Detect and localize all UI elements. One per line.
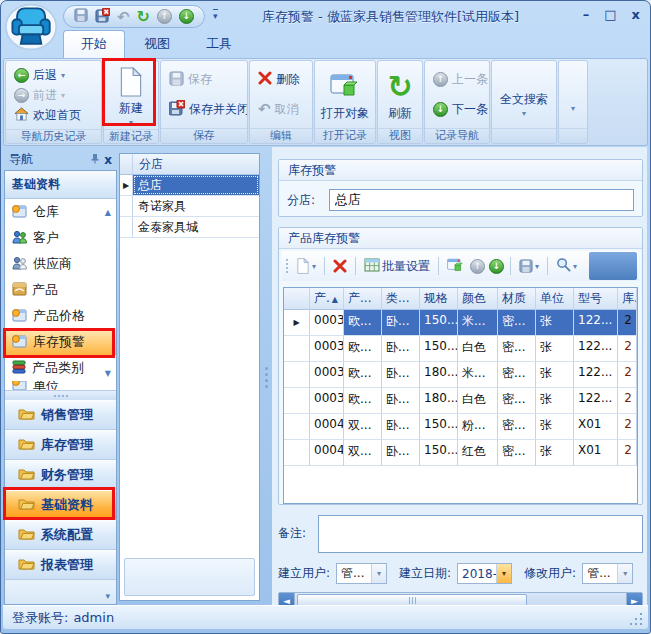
tab-start[interactable]: 开始	[63, 30, 125, 58]
sidebar-group-basic-data[interactable]: 基础资料	[5, 490, 116, 520]
cancel-button[interactable]: ↶ 取消	[255, 99, 307, 119]
grid-new-dropdown-icon[interactable]: ▾	[312, 262, 316, 271]
open-object-button[interactable]: 打开对象	[321, 68, 369, 122]
vertical-splitter[interactable]	[260, 153, 272, 601]
previous-record-button[interactable]: ↑ 上一条	[430, 70, 484, 90]
sidebar-item-unit-clipped[interactable]: 单位	[5, 381, 116, 390]
sidebar-group-inventory[interactable]: 库存管理	[5, 430, 116, 460]
table-row[interactable]: 0003 欧... 卧... 180... 米... 密... 张 122...…	[284, 362, 637, 388]
resize-grip[interactable]	[628, 611, 642, 625]
sidebar-item-product-category[interactable]: 产品类别 ▼	[5, 355, 116, 381]
column-header-model[interactable]: 型号	[574, 288, 618, 310]
sidebar-item-customer[interactable]: 客户	[5, 225, 116, 251]
qat-down-icon[interactable]: ↓	[179, 9, 194, 24]
column-header-product-name[interactable]: 产...	[344, 288, 382, 310]
column-header-color[interactable]: 颜色	[458, 288, 498, 310]
grid-new-button[interactable]: ▾	[294, 256, 318, 276]
column-header-material[interactable]: 材质	[498, 288, 536, 310]
save-button[interactable]: 保存	[166, 70, 242, 90]
grid-move-up-icon[interactable]: ↑	[470, 259, 485, 274]
scroll-left-arrow-icon[interactable]: ◄	[279, 593, 295, 605]
back-dropdown-icon[interactable]: ▾	[61, 71, 65, 80]
nav-close-icon[interactable]: x	[104, 153, 112, 167]
group-label-fulltext	[492, 128, 556, 143]
column-header-product-code[interactable]: 产.▲	[310, 288, 344, 310]
column-header-category[interactable]: 类...	[382, 288, 420, 310]
grid-export-dropdown-icon[interactable]: ▾	[535, 262, 539, 271]
branch-row-jintai[interactable]: 金泰家具城	[120, 217, 259, 238]
grid-open-object-button[interactable]	[445, 256, 466, 276]
fulltext-search-dropdown-icon[interactable]: ▾	[522, 109, 526, 118]
cell-stock: 2	[618, 414, 637, 440]
branch-row-qinuo[interactable]: 奇诺家具	[120, 196, 259, 217]
maximize-button[interactable]: □	[604, 7, 616, 22]
grid-delete-button[interactable]	[331, 257, 349, 275]
sidebar-group-system-config[interactable]: 系统配置	[5, 520, 116, 550]
table-row[interactable]: 0003 欧... 卧... 150... 白色 密... 张 122... 2	[284, 336, 637, 362]
app-logo-chair-icon[interactable]	[4, 2, 60, 52]
forward-button[interactable]: → 前进 ▾	[11, 85, 96, 105]
pin-icon[interactable]	[90, 153, 100, 167]
sidebar-item-warehouse[interactable]: 仓库 ▲	[5, 199, 116, 225]
next-record-button[interactable]: ↓ 下一条	[430, 99, 484, 119]
batch-settings-button[interactable]: 批量设置	[362, 256, 432, 277]
qat-up-icon[interactable]: ↑	[157, 9, 172, 24]
grid-search-dropdown-icon[interactable]: ▾	[573, 262, 577, 271]
sidebar-item-product-price[interactable]: 产品价格	[5, 303, 116, 329]
back-button[interactable]: ← 后退 ▾	[11, 65, 96, 85]
created-date-dropdown-icon[interactable]: ▾	[496, 564, 511, 583]
created-date-combo[interactable]: 2018- ▾	[457, 563, 512, 584]
horizontal-scrollbar[interactable]: ◄ ►	[278, 592, 643, 605]
branch-row-main-store[interactable]: ▶ 总店	[120, 175, 259, 196]
column-header-stock[interactable]: 库...	[618, 288, 637, 310]
modified-user-dropdown-icon[interactable]: ▾	[617, 564, 632, 583]
sidebar-group-sales[interactable]: 销售管理	[5, 400, 116, 430]
sidebar-group-reports[interactable]: 报表管理	[5, 550, 116, 580]
tab-tools[interactable]: 工具	[189, 31, 249, 58]
delete-button[interactable]: 删除	[255, 70, 307, 90]
modified-user-combo[interactable]: 管... ▾	[582, 563, 633, 584]
table-row[interactable]: ▶ 0003 欧... 卧... 150... 米... 密... 张 122.…	[284, 310, 637, 336]
grid-move-down-icon[interactable]: ↓	[489, 259, 504, 274]
chevron-down-icon[interactable]: ▾	[105, 591, 110, 601]
qat-save-icon[interactable]	[74, 8, 88, 25]
branch-column-header[interactable]: 分店	[133, 154, 259, 174]
fulltext-search-button[interactable]: 全文搜索 ▾	[500, 71, 548, 118]
new-button[interactable]: 新建 ▾	[118, 63, 144, 127]
qat-undo-icon[interactable]: ↶	[117, 8, 130, 26]
branch-field-input[interactable]	[329, 189, 634, 211]
extra-dropdown-icon[interactable]: ▾	[571, 104, 575, 113]
created-user-dropdown-icon[interactable]: ▾	[371, 564, 386, 583]
sidebar-item-product[interactable]: 产品	[5, 277, 116, 303]
sidebar-group-finance[interactable]: 财务管理	[5, 460, 116, 490]
refresh-button[interactable]: ↻ 刷新	[387, 68, 412, 122]
save-and-close-button[interactable]: 保存并关闭	[166, 99, 242, 119]
minimize-button[interactable]: –	[583, 7, 590, 22]
created-user-combo[interactable]: 管... ▾	[336, 563, 387, 584]
welcome-home-button[interactable]: 欢迎首页	[11, 105, 96, 125]
grid-export-button[interactable]: ▾	[517, 257, 541, 275]
qat-save-cancel-icon[interactable]	[95, 8, 110, 26]
tab-view[interactable]: 视图	[127, 31, 187, 58]
table-row[interactable]: 0004 双... 卧... 150... 粉... 密... 张 X01 2	[284, 414, 637, 440]
sidebar-splitter[interactable]	[5, 390, 116, 400]
column-header-unit[interactable]: 单位	[536, 288, 574, 310]
nav-section-basic-data[interactable]: 基础资料	[5, 171, 116, 199]
table-row[interactable]: 0003 欧... 卧... 180... 白色 密... 张 122... 2	[284, 388, 637, 414]
scroll-down-icon[interactable]: ▼	[105, 369, 111, 378]
new-dropdown-icon[interactable]: ▾	[129, 118, 133, 127]
qat-refresh-icon[interactable]: ↻	[137, 7, 150, 26]
remark-input[interactable]	[318, 515, 643, 553]
branch-list-header[interactable]: 分店	[120, 154, 259, 175]
toolbar-grip[interactable]	[284, 259, 290, 273]
close-button[interactable]: x	[632, 7, 640, 22]
sidebar-item-inventory-warning[interactable]: 库存预警	[5, 329, 116, 355]
cell-model: 122...	[574, 310, 618, 336]
column-header-spec[interactable]: 规格	[420, 288, 458, 310]
grid-search-button[interactable]: ▾	[554, 255, 579, 277]
table-row[interactable]: 0004 双... 卧... 150... 红色 密... 张 X01 2	[284, 440, 637, 466]
scroll-right-arrow-icon[interactable]: ►	[626, 593, 642, 605]
sidebar-item-supplier[interactable]: 供应商	[5, 251, 116, 277]
scrollbar-thumb[interactable]	[297, 594, 527, 605]
scroll-up-icon[interactable]: ▲	[105, 208, 111, 217]
